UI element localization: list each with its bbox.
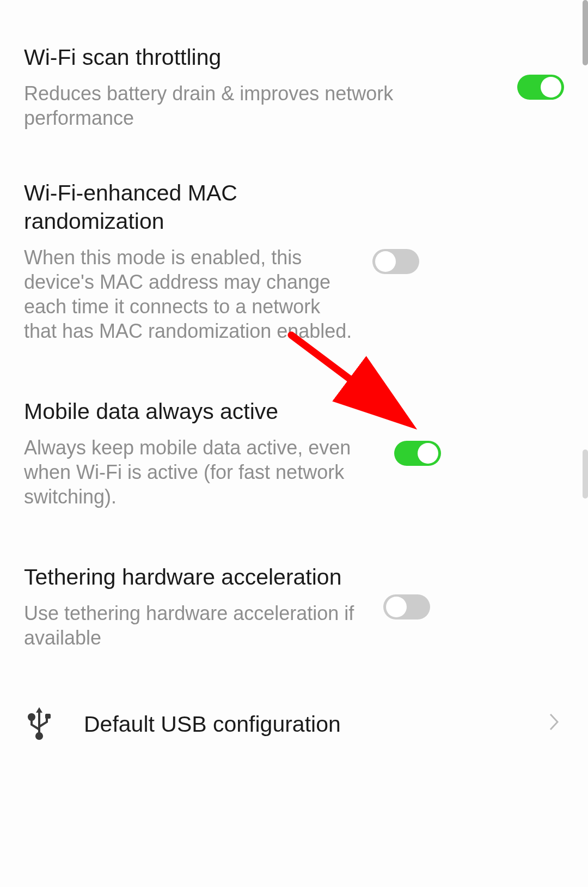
setting-title: Tethering hardware acceleration	[24, 563, 367, 591]
toggle-wifi-mac-randomization[interactable]	[372, 249, 419, 274]
nav-label: Default USB configuration	[54, 712, 549, 737]
setting-title: Wi-Fi scan throttling	[24, 44, 501, 71]
scrollbar-thumb[interactable]	[583, 449, 588, 499]
setting-wifi-mac-randomization[interactable]: Wi-Fi-enhanced MAC randomization When th…	[24, 163, 564, 381]
usb-icon	[24, 707, 54, 741]
setting-title: Mobile data always active	[24, 398, 378, 426]
nav-default-usb-configuration[interactable]: Default USB configuration	[24, 683, 564, 766]
scrollbar-thumb[interactable]	[583, 0, 588, 65]
setting-wifi-scan-throttling[interactable]: Wi-Fi scan throttling Reduces battery dr…	[24, 27, 564, 163]
setting-title: Wi-Fi-enhanced MAC randomization	[24, 179, 356, 235]
setting-mobile-data-always-active[interactable]: Mobile data always active Always keep mo…	[24, 381, 564, 547]
setting-description: Use tethering hardware acceleration if a…	[24, 601, 367, 650]
setting-text: Wi-Fi-enhanced MAC randomization When th…	[24, 179, 372, 343]
settings-list: Wi-Fi scan throttling Reduces battery dr…	[0, 0, 588, 766]
setting-description: When this mode is enabled, this device's…	[24, 245, 356, 343]
toggle-wifi-scan-throttling[interactable]	[517, 75, 564, 100]
chevron-right-icon	[549, 713, 564, 736]
toggle-tethering-hw-accel[interactable]	[383, 594, 430, 619]
setting-description: Always keep mobile data active, even whe…	[24, 435, 378, 509]
setting-text: Wi-Fi scan throttling Reduces battery dr…	[24, 44, 517, 130]
setting-tethering-hw-accel[interactable]: Tethering hardware acceleration Use teth…	[24, 547, 564, 683]
setting-text: Mobile data always active Always keep mo…	[24, 398, 394, 509]
toggle-mobile-data-always-active[interactable]	[394, 441, 441, 466]
setting-description: Reduces battery drain & improves network…	[24, 81, 501, 130]
setting-text: Tethering hardware acceleration Use teth…	[24, 563, 383, 650]
